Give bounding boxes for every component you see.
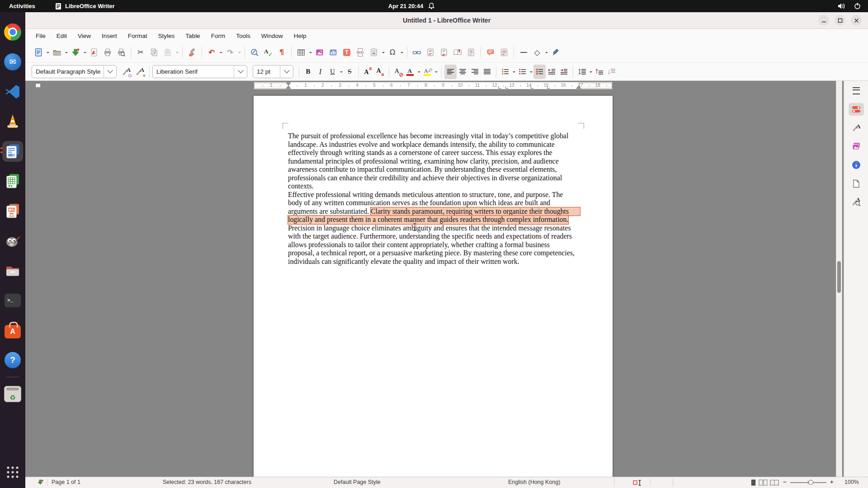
subscript-button[interactable]: AB [374,65,386,79]
menu-form[interactable]: Form [206,31,231,41]
insert-field-dropdown[interactable] [381,45,386,60]
insert-hyperlink-button[interactable] [410,45,424,60]
export-pdf-button[interactable] [87,45,101,60]
open-button[interactable] [50,45,64,60]
font-color-button[interactable]: A [404,65,416,79]
vertical-scrollbar[interactable] [836,81,842,477]
align-right-button[interactable] [469,65,481,79]
system-status-area[interactable] [838,3,861,9]
dock-item-gimp[interactable] [2,230,23,251]
align-left-button[interactable] [444,65,457,79]
left-indent-marker[interactable] [286,82,291,89]
zoom-level-label[interactable]: 100% [844,479,859,485]
text-line[interactable]: contexts. [288,182,580,191]
text-line[interactable]: arguments are substantiated. Clarity sta… [288,207,580,216]
menu-tools[interactable]: Tools [231,31,255,41]
menu-table[interactable]: Table [180,31,205,41]
spelling-button[interactable]: A✓ [261,45,275,60]
dock-item-libreoffice-writer[interactable] [2,141,23,162]
menu-styles[interactable]: Styles [153,31,180,41]
underline-dropdown[interactable] [339,65,344,79]
right-indent-marker[interactable] [576,82,581,89]
track-changes-button[interactable] [497,45,511,60]
line-spacing-button[interactable] [576,65,588,79]
font-color-dropdown[interactable] [416,65,421,79]
update-style-button[interactable]: A [119,65,133,79]
horizontal-ruler[interactable]: 1234567891011121314151617181 [254,82,613,89]
page-style-status[interactable]: Default Page Style [334,479,381,485]
minimize-button[interactable] [818,15,829,26]
zoom-in-button[interactable]: + [830,479,834,485]
freeform-line-button[interactable] [549,45,562,60]
activities-button[interactable]: Activities [9,3,35,9]
insert-comment-button[interactable] [484,45,497,60]
text-line[interactable]: fundamental principles of professional w… [288,157,580,166]
text-line[interactable]: awareness contribute to impactful commun… [288,165,580,174]
sidebar-tab-gallery[interactable] [849,140,864,153]
selection-mode-icon[interactable] [633,480,643,486]
font-name-dropdown[interactable] [234,66,247,78]
document-page[interactable]: The pursuit of professional excellence h… [254,96,613,477]
insert-table-dropdown[interactable] [308,45,313,60]
redo-dropdown[interactable] [237,45,242,60]
menu-help[interactable]: Help [289,31,311,41]
text-line[interactable]: effectively through writing stands as a … [288,149,580,157]
sidebar-tab-styles[interactable]: A [849,122,864,134]
dock-item-files[interactable] [2,260,23,281]
menu-format[interactable]: Format [123,31,152,41]
text-line[interactable]: professionals can enhance their credibil… [288,174,580,183]
special-character-dropdown[interactable] [399,45,404,60]
horizontal-line-button[interactable] [517,45,530,60]
document-text[interactable]: The pursuit of professional excellence h… [288,132,580,266]
basic-shapes-dropdown[interactable] [544,45,549,60]
clock-menu[interactable]: Apr 21 20:44 [388,3,434,9]
zoom-out-button[interactable]: − [783,479,787,485]
redo-button[interactable]: ↷ [223,45,237,60]
menu-edit[interactable]: Edit [52,31,72,41]
new-document-button[interactable] [32,45,45,60]
increase-paragraph-spacing-button[interactable] [593,65,605,79]
multi-page-view-button[interactable] [759,479,768,486]
book-view-button[interactable] [770,479,779,486]
ordered-list-button[interactable] [516,65,528,79]
font-size-dropdown[interactable] [280,66,293,78]
paragraph-style-dropdown[interactable] [104,66,116,78]
strikethrough-button[interactable]: S [344,65,356,79]
new-document-dropdown[interactable] [45,45,50,60]
page-number-status[interactable]: Page 1 of 1 [52,479,80,485]
special-character-button[interactable]: Ω [386,45,399,60]
menu-file[interactable]: File [31,31,51,41]
clear-formatting-button[interactable]: A [392,65,404,79]
text-line[interactable]: individuals can significantly elevate th… [288,258,580,266]
cut-button[interactable]: ✂ [134,45,147,60]
text-line[interactable]: allows professionals to tailor their con… [288,241,580,249]
menu-view[interactable]: View [73,31,96,41]
dock-item-ubuntu-software[interactable]: A [2,320,23,341]
line-spacing-dropdown[interactable] [588,65,593,79]
sidebar-settings-button[interactable] [849,84,864,97]
selected-text[interactable]: logically and present them in a coherent… [288,216,568,224]
text-line[interactable]: The pursuit of professional excellence h… [288,132,580,141]
print-preview-button[interactable] [114,45,128,60]
insert-cross-reference-button[interactable] [464,45,478,60]
find-replace-button[interactable] [248,45,261,60]
insert-bookmark-button[interactable] [451,45,464,60]
save-status-icon[interactable] [37,479,43,486]
unordered-list-button[interactable] [499,65,511,79]
clone-formatting-button[interactable] [185,45,199,60]
paste-dropdown[interactable] [175,45,179,60]
dock-item-terminal[interactable]: >_ [2,290,23,311]
increase-indent-button[interactable] [546,65,558,79]
menu-insert[interactable]: Insert [97,31,122,41]
italic-button[interactable]: I [314,65,326,79]
decrease-indent-button[interactable] [558,65,570,79]
formatting-marks-button[interactable]: ¶ [275,45,288,60]
font-size-combo[interactable]: 12 pt [253,65,293,78]
language-status[interactable]: English (Hong Kong) [508,479,560,485]
align-center-button[interactable] [457,65,469,79]
sidebar-tab-page[interactable] [849,177,864,190]
dock-item-help[interactable]: ? [2,350,23,371]
text-line[interactable]: body of any written communication serves… [288,199,580,207]
text-line[interactable]: Effective professional writing demands m… [288,191,580,199]
maximize-button[interactable] [835,15,845,26]
